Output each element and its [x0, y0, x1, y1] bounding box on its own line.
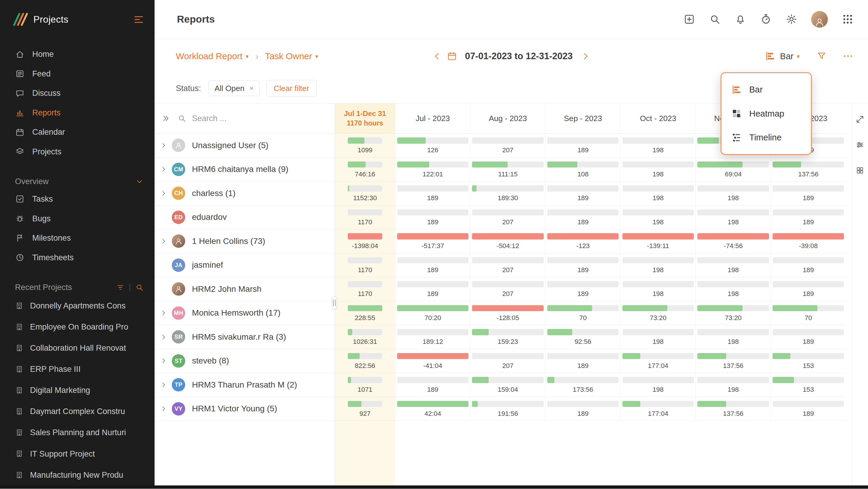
workload-cell[interactable]: 198 [620, 157, 695, 181]
workload-cell[interactable]: 198 [695, 253, 771, 277]
create-new-icon[interactable] [683, 13, 695, 25]
user-row-hrm1-victor-young[interactable]: VYHRM1 Victor Young (5) [155, 397, 334, 421]
group-by-dropdown[interactable]: Task Owner ▾ [265, 51, 318, 61]
workload-cell[interactable]: 198 [695, 325, 771, 349]
workload-cell[interactable]: 198 [695, 277, 771, 301]
workload-cell[interactable]: 70 [545, 301, 620, 325]
workload-cell[interactable]: 198 [620, 373, 695, 397]
user-row-charless[interactable]: CHcharless (1) [155, 181, 334, 205]
overview-section-header[interactable]: Overview [0, 174, 155, 190]
user-row-hrm5-sivakumar-r-ra[interactable]: SRHRM5 sivakumar.r Ra (3) [155, 325, 334, 349]
sidebar-item-feed[interactable]: Feed [0, 64, 155, 84]
workload-cell[interactable]: 198 [620, 277, 695, 301]
workload-cell[interactable]: 189 [771, 325, 846, 349]
workload-cell[interactable]: 177:04 [620, 349, 695, 373]
view-settings-icon[interactable] [856, 140, 864, 149]
workload-cell[interactable]: 42:04 [395, 397, 470, 421]
filter-projects-icon[interactable] [116, 283, 125, 291]
next-period-icon[interactable] [581, 51, 591, 61]
workload-cell[interactable]: 137:56 [695, 349, 771, 373]
workload-cell[interactable]: 198 [620, 134, 695, 157]
recent-project-employee-on-boarding-pro[interactable]: Employee On Boarding Pro [0, 316, 155, 337]
expand-chevron-icon[interactable] [160, 381, 167, 389]
workload-cell[interactable]: 189 [771, 205, 846, 229]
workload-cell[interactable]: 189 [395, 205, 470, 229]
workload-cell[interactable]: 207 [470, 277, 546, 301]
expand-chevron-icon[interactable] [160, 333, 167, 341]
workload-cell[interactable]: 159:23 [470, 325, 546, 349]
remove-filter-icon[interactable]: × [249, 84, 254, 92]
workload-cell[interactable]: 189:12 [395, 325, 470, 349]
workload-cell[interactable]: -74:56 [695, 229, 771, 253]
workload-cell[interactable]: 207 [470, 253, 546, 277]
sidebar-item-milestones[interactable]: Milestones [0, 228, 155, 248]
workload-cell[interactable]: -128:05 [470, 301, 546, 325]
workload-cell[interactable]: 189 [771, 277, 846, 301]
workload-cell[interactable]: 137:56 [695, 397, 771, 421]
workload-cell[interactable]: -139:11 [620, 229, 695, 253]
workload-cell[interactable]: 198 [620, 253, 695, 277]
fullscreen-icon[interactable] [856, 115, 864, 124]
expand-chevron-icon[interactable] [160, 237, 167, 245]
chart-menu-item-bar[interactable]: Bar [721, 78, 811, 102]
sidebar-item-calendar[interactable]: Calendar [0, 122, 155, 142]
workload-cell[interactable]: 153 [771, 373, 846, 397]
workload-cell[interactable]: 70:20 [395, 301, 470, 325]
settings-icon[interactable] [786, 13, 797, 25]
workload-cell[interactable]: 189 [395, 373, 470, 397]
apps-grid-icon[interactable] [842, 13, 854, 25]
user-avatar[interactable] [811, 11, 828, 28]
timer-icon[interactable] [760, 13, 772, 25]
workload-cell[interactable]: 108 [545, 157, 620, 181]
layout-grid-icon[interactable] [856, 166, 864, 175]
recent-project-donnelly-apartments-cons[interactable]: Donnelly Apartments Cons [0, 295, 155, 316]
search-projects-icon[interactable] [135, 283, 144, 291]
workload-cell[interactable]: 73:20 [695, 301, 771, 325]
clear-filter-button[interactable]: Clear filter [266, 80, 317, 96]
chart-type-dropdown[interactable]: Bar ▾ [765, 51, 800, 62]
workload-cell[interactable]: 69:04 [695, 157, 771, 181]
workload-cell[interactable]: 191:56 [470, 397, 546, 421]
user-row-steveb[interactable]: STsteveb (8) [155, 349, 334, 373]
recent-project-manufacturing-new-produ[interactable]: Manufacturing New Produ [0, 464, 155, 485]
workload-cell[interactable]: 137:56 [771, 157, 846, 181]
recent-project-erp-phase-iii[interactable]: ERP Phase III [0, 358, 155, 379]
workload-cell[interactable]: 207 [470, 349, 546, 373]
chevron-down-icon[interactable] [135, 177, 144, 185]
recent-project-digital-marketing[interactable]: Digital Marketing [0, 380, 155, 401]
more-options-icon[interactable] [842, 51, 854, 62]
sidebar-item-tasks[interactable]: Tasks [0, 189, 155, 209]
workload-cell[interactable]: 126 [395, 134, 470, 157]
workload-cell[interactable]: 92:56 [545, 325, 620, 349]
workload-cell[interactable]: 122:01 [395, 157, 470, 181]
recent-project-it-support-project[interactable]: IT Support Project [0, 443, 155, 464]
sidebar-item-home[interactable]: Home [0, 45, 155, 64]
workload-cell[interactable]: 189 [545, 181, 620, 205]
workload-cell[interactable]: 189 [545, 397, 620, 421]
user-row-hrm3-tharun-prasath-m[interactable]: TPHRM3 Tharun Prasath M (2) [155, 373, 334, 397]
workload-cell[interactable]: 173:56 [545, 373, 620, 397]
user-row-unassigned-user[interactable]: Unassigned User (5) [155, 134, 334, 157]
workload-cell[interactable]: 189 [771, 181, 846, 205]
status-filter-chip[interactable]: All Open × [209, 81, 259, 96]
workload-cell[interactable]: -41:04 [395, 349, 470, 373]
workload-cell[interactable]: 153 [771, 349, 846, 373]
workload-cell[interactable]: 198 [695, 205, 771, 229]
user-row-jasminef[interactable]: JAjasminef [155, 253, 334, 277]
user-row-eduardov[interactable]: EDeduardov [155, 205, 334, 229]
recent-project-collaboration-hall-renovat[interactable]: Collaboration Hall Renovat [0, 337, 155, 358]
user-row-monica-hemsworth[interactable]: MHMonica Hemsworth (17) [155, 301, 334, 325]
sidebar-item-timesheets[interactable]: Timesheets [0, 248, 155, 267]
workload-cell[interactable]: 189 [395, 181, 470, 205]
sidebar-item-reports[interactable]: Reports [0, 103, 155, 122]
prev-period-icon[interactable] [432, 51, 442, 61]
expand-chevron-icon[interactable] [160, 142, 167, 149]
workload-cell[interactable]: 111:15 [470, 157, 546, 181]
filter-icon[interactable] [816, 51, 827, 62]
sidebar-item-discuss[interactable]: Discuss [0, 84, 155, 103]
workload-cell[interactable]: 198 [620, 325, 695, 349]
recent-project-sales-planning-and-nurturi[interactable]: Sales Planning and Nurturi [0, 422, 155, 443]
workload-cell[interactable]: 177:04 [620, 397, 695, 421]
workload-cell[interactable]: 207 [470, 205, 546, 229]
workload-cell[interactable]: 159:04 [470, 373, 546, 397]
